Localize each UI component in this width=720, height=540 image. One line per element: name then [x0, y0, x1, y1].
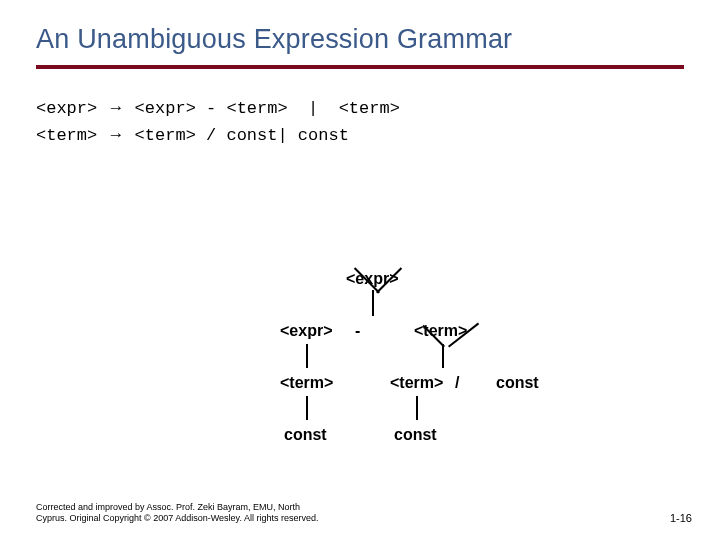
- tree-left-expr: <expr>: [280, 322, 332, 340]
- tree-minus: -: [355, 322, 360, 340]
- grammar-line2-lhs: <term>: [36, 126, 97, 145]
- parse-tree: <expr> <expr> - <term> <term> <term> / c…: [0, 270, 720, 510]
- arrow-icon: →: [107, 125, 124, 144]
- page-title: An Unambiguous Expression Grammar: [36, 24, 684, 55]
- title-rule: [36, 65, 684, 69]
- grammar-line2-rhs: <term> / const| const: [124, 126, 348, 145]
- tree-right-left-term: <term>: [390, 374, 443, 392]
- tree-right-const: const: [496, 374, 539, 392]
- grammar-line1-rhs: <expr> - <term> | <term>: [124, 99, 399, 118]
- tree-slash: /: [455, 374, 459, 392]
- arrow-icon: →: [107, 98, 124, 117]
- tree-edge: [442, 344, 444, 368]
- tree-edge: [306, 344, 308, 368]
- page-number: 1-16: [670, 512, 692, 524]
- tree-left-term: <term>: [280, 374, 333, 392]
- tree-edge: [416, 396, 418, 420]
- footer-credit: Corrected and improved by Assoc. Prof. Z…: [36, 502, 318, 525]
- tree-edge: [372, 290, 374, 316]
- footer-line1: Corrected and improved by Assoc. Prof. Z…: [36, 502, 300, 512]
- tree-edge: [306, 396, 308, 420]
- footer-line2: Cyprus. Original Copyright © 2007 Addiso…: [36, 513, 318, 523]
- grammar-block: <expr> → <expr> - <term> | <term> <term>…: [36, 95, 684, 148]
- grammar-line1-lhs: <expr>: [36, 99, 97, 118]
- tree-right-left-const: const: [394, 426, 437, 444]
- slide: An Unambiguous Expression Grammar <expr>…: [0, 0, 720, 540]
- tree-left-const: const: [284, 426, 327, 444]
